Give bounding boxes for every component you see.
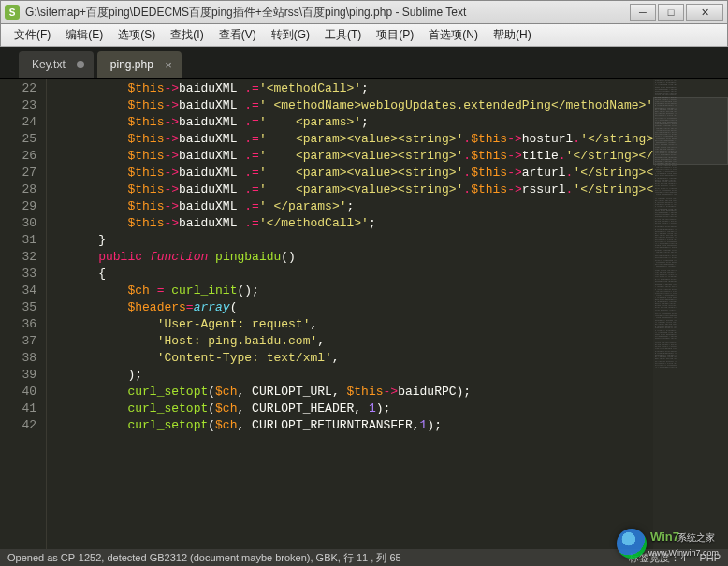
code-line: curl_setopt($ch, CURLOPT_URL, $this->bai…	[69, 384, 653, 400]
code-line: $this->baiduXML .=' <param><value><strin…	[69, 131, 653, 148]
menu-item-7[interactable]: 项目(P)	[369, 25, 421, 45]
code-line: 'User-Agent: request',	[69, 316, 653, 333]
line-gutter: 2223242526272829303132333435363738394041…	[0, 79, 47, 549]
menu-item-0[interactable]: 文件(F)	[7, 25, 58, 45]
code-line: $this->baiduXML .=' <methodName>weblogUp…	[69, 97, 653, 114]
code-line: $this->baiduXML .='</methodCall>';	[69, 215, 653, 232]
code-content[interactable]: $this->baiduXML .='<methodCall>'; $this-…	[64, 79, 653, 549]
code-line: $this->baiduXML .=' </params>';	[69, 198, 653, 215]
minimap[interactable]: function pingAll ext n pingAll extended …	[653, 79, 728, 549]
menu-item-3[interactable]: 查找(I)	[163, 25, 211, 45]
tab-bar: Key.txtping.php×	[0, 47, 728, 79]
window-buttons: ─ □ ✕	[630, 4, 723, 21]
code-line: 'Content-Type: text/xml',	[69, 350, 653, 367]
menu-item-8[interactable]: 首选项(N)	[421, 25, 486, 45]
dirty-indicator-icon	[77, 61, 84, 68]
close-button[interactable]: ✕	[686, 4, 723, 21]
code-line: $this->baiduXML .='<methodCall>';	[69, 80, 653, 97]
menu-item-2[interactable]: 选项(S)	[110, 25, 163, 45]
status-bar: Opened as CP-1252, detected GB2312 (docu…	[0, 549, 728, 566]
menu-item-9[interactable]: 帮助(H)	[486, 25, 539, 45]
editor-area: 2223242526272829303132333435363738394041…	[0, 79, 728, 549]
close-tab-icon[interactable]: ×	[165, 58, 172, 72]
code-line: 'Host: ping.baidu.com',	[69, 333, 653, 350]
code-line: curl_setopt($ch, CURLOPT_RETURNTRANSFER,…	[69, 417, 653, 434]
code-line: $ch = curl_init();	[69, 283, 653, 299]
window-title: G:\sitemap+百度ping\DEDECMS百度ping插件+全站rss\…	[25, 5, 630, 21]
maximize-button[interactable]: □	[658, 4, 684, 21]
tab-label: ping.php	[110, 58, 153, 71]
code-line: );	[69, 367, 653, 384]
app-icon: S	[5, 5, 20, 20]
code-line: public function pingbaidu()	[69, 249, 653, 266]
code-line: $this->baiduXML .=' <param><value><strin…	[69, 148, 653, 165]
code-line: {	[69, 266, 653, 283]
minimap-viewport[interactable]	[653, 97, 728, 165]
code-line: }	[69, 232, 653, 249]
menu-item-4[interactable]: 查看(V)	[211, 25, 264, 45]
menu-item-1[interactable]: 编辑(E)	[58, 25, 110, 45]
menu-item-5[interactable]: 转到(G)	[264, 25, 317, 45]
code-line: $this->baiduXML .=' <params>';	[69, 114, 653, 131]
menu-bar: 文件(F)编辑(E)选项(S)查找(I)查看(V)转到(G)工具(T)项目(P)…	[0, 24, 728, 47]
status-tabsize[interactable]: 标签宽度：4	[629, 551, 686, 565]
code-line: curl_setopt($ch, CURLOPT_HEADER, 1);	[69, 400, 653, 417]
status-encoding[interactable]: Opened as CP-1252, detected GB2312 (docu…	[7, 551, 401, 565]
tab-Key-txt[interactable]: Key.txt	[19, 51, 94, 78]
code-line: $this->baiduXML .=' <param><value><strin…	[69, 165, 653, 181]
status-syntax[interactable]: PHP	[699, 552, 721, 563]
code-line: $this->baiduXML .=' <param><value><strin…	[69, 181, 653, 198]
fold-gutter	[47, 79, 64, 549]
tab-ping-php[interactable]: ping.php×	[97, 51, 182, 78]
menu-item-6[interactable]: 工具(T)	[317, 25, 369, 45]
title-bar: S G:\sitemap+百度ping\DEDECMS百度ping插件+全站rs…	[0, 0, 728, 24]
minimize-button[interactable]: ─	[630, 4, 656, 21]
tab-label: Key.txt	[32, 58, 66, 71]
code-line: $headers=array(	[69, 299, 653, 316]
